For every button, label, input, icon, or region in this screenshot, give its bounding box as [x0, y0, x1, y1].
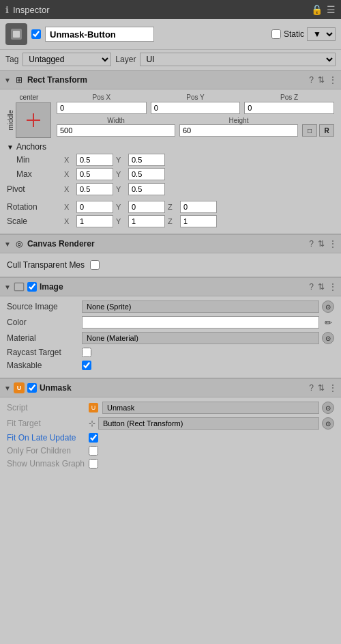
scale-y-input[interactable] — [128, 215, 165, 227]
only-for-children-checkbox[interactable] — [89, 446, 98, 456]
anchor-min-x-label: X — [64, 156, 74, 164]
pos-z-input[interactable] — [244, 102, 334, 114]
layer-select[interactable]: UI — [140, 53, 336, 66]
unmask-body: Script U ⊙ Fit Target ⊹ ⊙ Fit On Late Up… — [0, 397, 341, 476]
r-btn[interactable]: R — [319, 124, 334, 137]
unmask-header: ▼ U Unmask ? ⇅ ⋮ — [0, 378, 341, 397]
go-active-checkbox[interactable] — [31, 29, 41, 39]
scale-z-input[interactable] — [180, 215, 217, 227]
raycast-target-value — [82, 348, 334, 357]
canvas-renderer-help[interactable]: ? — [309, 239, 314, 249]
color-swatch[interactable] — [82, 316, 319, 328]
title-bar: ℹ Inspector 🔒 ☰ — [0, 0, 341, 19]
material-row: Material ⊙ — [7, 332, 334, 344]
scale-z-label: Z — [168, 217, 177, 225]
image-actions: ? ⇅ ⋮ — [309, 282, 337, 292]
lock-icon[interactable]: 🔒 — [311, 4, 323, 15]
pivot-x-input[interactable] — [76, 183, 113, 195]
canvas-renderer-more[interactable]: ⋮ — [329, 239, 337, 249]
fit-on-late-update-row: Fit On Late Update — [7, 433, 334, 443]
eyedropper-btn[interactable]: ✏ — [322, 316, 334, 328]
pivot-y-input[interactable] — [128, 183, 165, 195]
unmask-more[interactable]: ⋮ — [329, 383, 337, 393]
show-unmask-graph-checkbox[interactable] — [89, 459, 98, 468]
anchor-min-row: Min X Y — [7, 154, 334, 166]
image-settings[interactable]: ⇅ — [318, 282, 325, 292]
pos-y-input[interactable] — [151, 102, 241, 114]
height-input[interactable] — [179, 124, 298, 137]
script-input[interactable] — [102, 402, 319, 414]
canvas-renderer-chevron[interactable]: ▼ — [4, 240, 11, 248]
rot-z-input[interactable] — [180, 201, 217, 213]
scale-x-input[interactable] — [76, 215, 113, 227]
unmask-help[interactable]: ? — [309, 383, 314, 393]
move-icon: ⊹ — [89, 419, 95, 428]
pivot-label: Pivot — [7, 184, 61, 194]
static-checkbox[interactable] — [271, 29, 281, 39]
anchor-min-y-input[interactable] — [128, 154, 165, 166]
fit-target-select-btn[interactable]: ⊙ — [322, 417, 334, 430]
unmask-section-icon: U — [14, 382, 25, 393]
anchor-box[interactable] — [16, 102, 51, 138]
fit-on-late-update-checkbox[interactable] — [89, 433, 98, 443]
image-chevron[interactable]: ▼ — [4, 283, 11, 291]
maskable-label: Maskable — [7, 361, 82, 370]
svg-rect-3 — [15, 283, 23, 290]
pos-z-group: Pos Z — [244, 94, 334, 114]
pivot-x-label: X — [64, 185, 74, 193]
rot-y-input[interactable] — [128, 201, 165, 213]
rect-transform-icon: ⊞ — [14, 74, 25, 85]
material-select-btn[interactable]: ⊙ — [322, 332, 334, 344]
static-dropdown[interactable]: ▼ — [307, 27, 336, 41]
cull-checkbox[interactable] — [90, 260, 100, 270]
rect-transform-chevron[interactable]: ▼ — [4, 76, 11, 84]
rect-transform-settings[interactable]: ⇅ — [318, 75, 325, 85]
pivot-y-label: Y — [116, 185, 125, 193]
fit-target-row: Fit Target ⊹ ⊙ — [7, 417, 334, 430]
rot-x-label: X — [64, 203, 74, 211]
rect-transform-more[interactable]: ⋮ — [329, 75, 337, 85]
pos-x-input[interactable] — [57, 102, 147, 114]
anchor-cross-v — [33, 113, 34, 127]
maskable-checkbox[interactable] — [82, 361, 91, 370]
anchor-max-x-label: X — [64, 170, 74, 178]
image-more[interactable]: ⋮ — [329, 282, 337, 292]
pos-row: Pos X Pos Y Pos Z — [57, 94, 334, 114]
raycast-target-checkbox[interactable] — [82, 348, 91, 357]
material-input[interactable] — [82, 332, 319, 344]
rect-transform-help[interactable]: ? — [309, 75, 314, 85]
script-select-btn[interactable]: ⊙ — [322, 402, 334, 414]
go-name-input[interactable] — [45, 27, 154, 42]
fit-target-input[interactable] — [98, 417, 319, 430]
image-enabled-checkbox[interactable] — [27, 282, 37, 292]
rt-btn-group: □ R — [302, 124, 334, 137]
image-help[interactable]: ? — [309, 282, 314, 292]
pos-x-label: Pos X — [57, 94, 147, 101]
middle-label: middle — [7, 110, 14, 130]
anchors-chevron[interactable]: ▼ — [7, 143, 14, 151]
scale-row: Scale X Y Z — [7, 215, 334, 227]
unmask-chevron[interactable]: ▼ — [4, 384, 11, 392]
source-image-input[interactable] — [82, 300, 319, 313]
material-label: Material — [7, 333, 82, 343]
unmask-enabled-checkbox[interactable] — [27, 383, 37, 393]
rot-x-input[interactable] — [76, 201, 113, 213]
anchor-max-x-input[interactable] — [76, 168, 113, 180]
go-header: Static ▼ — [0, 19, 341, 50]
tag-select[interactable]: Untagged — [23, 53, 111, 66]
width-input[interactable] — [57, 124, 175, 137]
menu-icon[interactable]: ☰ — [327, 4, 336, 15]
raycast-target-row: Raycast Target — [7, 348, 334, 357]
source-image-select-btn[interactable]: ⊙ — [322, 300, 334, 313]
maskable-value — [82, 361, 334, 370]
color-row: Color ✏ — [7, 316, 334, 328]
anchor-min-x-input[interactable] — [76, 154, 113, 166]
canvas-renderer-settings[interactable]: ⇅ — [318, 239, 325, 249]
anchor-max-y-input[interactable] — [128, 168, 165, 180]
constraint-btn[interactable]: □ — [302, 124, 317, 137]
pos-x-group: Pos X — [57, 94, 147, 114]
unmask-settings[interactable]: ⇅ — [318, 383, 325, 393]
show-unmask-graph-label: Show Unmask Graph — [7, 459, 89, 468]
title-bar-right: 🔒 ☰ — [311, 4, 336, 15]
anchor-min-y-label: Y — [116, 156, 125, 164]
